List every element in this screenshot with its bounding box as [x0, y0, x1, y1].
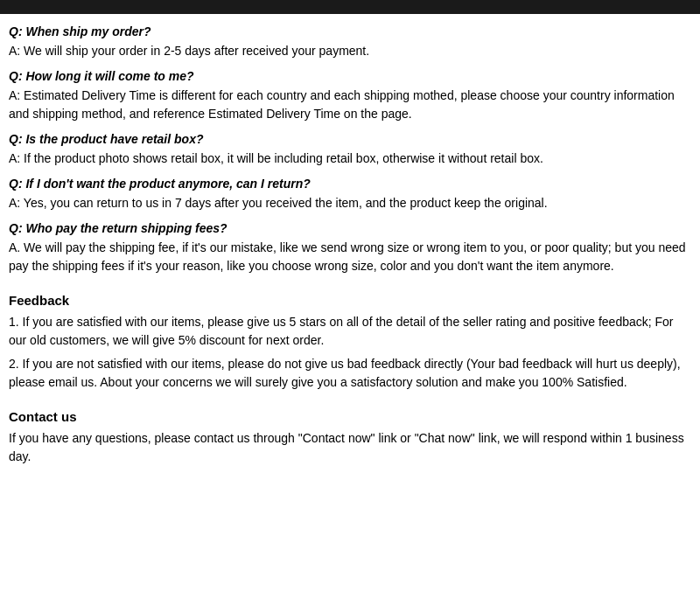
faq-question-0: Q: When ship my order?: [9, 24, 691, 38]
contact-title: Contact us: [9, 409, 691, 424]
faq-question-2: Q: Is the product have retail box?: [9, 132, 691, 146]
faq-answer-0: A: We will ship your order in 2-5 days a…: [9, 42, 691, 60]
faq-question-1: Q: How long it will come to me?: [9, 69, 691, 83]
feedback-item-1: 2. If you are not satisfied with our ite…: [9, 355, 691, 392]
faq-section: Q: When ship my order?A: We will ship yo…: [9, 24, 691, 275]
main-content: Q: When ship my order?A: We will ship yo…: [0, 24, 700, 466]
feedback-section: Feedback1. If you are satisfied with our…: [9, 293, 691, 392]
faq-answer-2: A: If the product photo shows retail box…: [9, 150, 691, 168]
feedback-item-0: 1. If you are satisfied with our items, …: [9, 313, 691, 350]
faq-answer-3: A: Yes, you can return to us in 7 days a…: [9, 194, 691, 212]
faq-answer-1: A: Estimated Delivery Time is different …: [9, 87, 691, 123]
faq-question-4: Q: Who pay the return shipping fees?: [9, 221, 691, 235]
faq-header: [0, 0, 700, 14]
contact-text: If you have any questions, please contac…: [9, 429, 691, 466]
feedback-title: Feedback: [9, 293, 691, 308]
faq-answer-4: A. We will pay the shipping fee, if it's…: [9, 239, 691, 275]
faq-question-3: Q: If I don't want the product anymore, …: [9, 177, 691, 191]
contact-section: Contact usIf you have any questions, ple…: [9, 409, 691, 466]
